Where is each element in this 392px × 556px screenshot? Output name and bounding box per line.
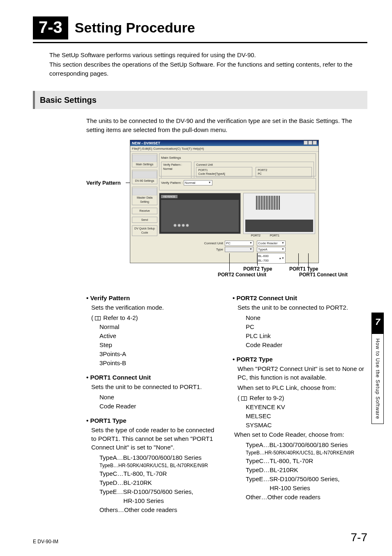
main-settings-icon	[132, 155, 157, 162]
window-controls[interactable]	[304, 141, 317, 146]
callout-line	[229, 253, 230, 271]
port1-box: PORT1 Code Reader[TypeA]	[196, 167, 252, 178]
port2-diagram-label: PORT2	[251, 234, 261, 238]
port1-type-opts: TypeA…BL-1300/700/600/180 Series TypeB…H…	[99, 453, 221, 514]
list-item: 3Points-B	[99, 359, 221, 367]
book-icon	[95, 316, 101, 320]
port1-model-list[interactable]: BL-600 BL-700▲▼	[257, 253, 286, 264]
list-item: Active	[99, 331, 221, 340]
list-item: Code Reader	[246, 341, 367, 349]
dv90-settings-icon	[132, 171, 157, 178]
sidebar-label: DV Quick Setup Code	[134, 227, 155, 234]
list-item: TypeB…HR-50RK/40RK/UC51, BL-N70RKE/N9R	[99, 463, 208, 468]
left-column: Verify Pattern Sets the verification mod…	[86, 288, 221, 515]
list-item: Normal	[99, 322, 221, 331]
minimize-icon[interactable]	[304, 141, 308, 145]
port1-label: PORT1	[198, 168, 250, 172]
footer-model: E DV-90-IM	[33, 538, 58, 545]
ref-text: Refer to 9-2)	[249, 394, 284, 401]
vp-group-label: Verify Pattern :	[161, 181, 182, 185]
port1-connect-unit-head: PORT1 Connect Unit	[86, 373, 221, 382]
page-number: 7-7	[351, 529, 367, 545]
cu-label: Connect Unit	[196, 163, 312, 167]
list-item: Other…Other code readers	[246, 493, 367, 501]
list-item: KEYENCE KV	[246, 403, 367, 411]
chapter-side-text: How to Use the Setup Software	[371, 334, 384, 424]
chevron-down-icon: ▼	[249, 241, 252, 245]
section-heading: Basic Settings	[33, 91, 367, 109]
chevron-down-icon: ▼	[249, 247, 252, 251]
verify-pattern-opts: Normal Active Step 3Points-A 3Points-B	[99, 322, 221, 367]
sidebar-label: Receive	[139, 209, 150, 212]
maximize-icon[interactable]	[308, 141, 312, 145]
screenshot-figure: Verify Pattern NEW - DV90SET File(F) Edi…	[86, 140, 367, 284]
chapter-number: 7	[371, 313, 384, 334]
verify-pattern-desc: Sets the verification mode.	[91, 303, 221, 312]
list-item: MELSEC	[246, 412, 367, 420]
list-item: Code Reader	[99, 402, 221, 410]
connect-unit-box: Connect Unit PORT1 Code Reader[TypeA] PO…	[194, 162, 314, 178]
list-item: TypeC…TL-800, TL-70R	[246, 456, 367, 465]
port2-label: PORT2	[258, 168, 310, 172]
list-item: PLC Link	[246, 331, 367, 340]
vp-label: Verify Pattern :	[163, 163, 189, 167]
sidebar-label: Send	[141, 218, 148, 221]
port2-connect-unit-head: PORT2 Connect Unit	[233, 294, 367, 302]
list-item: HR-100 Series	[99, 496, 221, 505]
chapter-header: 7-3 Setting Procedure	[33, 16, 367, 43]
list-item: TypeE…SR-D100/750/600 Series,	[246, 475, 367, 483]
port1-type-desc: Sets the type of code reader to be conne…	[91, 426, 221, 452]
port2-value: PC	[258, 172, 310, 176]
dialog-sidebar: Main Settings DV-90 Settings Master Data…	[132, 153, 157, 236]
sidebar-main-settings[interactable]: Main Settings	[132, 153, 157, 168]
sidebar-send[interactable]: Send	[132, 217, 157, 223]
scroll-icon: ▲▼	[279, 256, 284, 260]
port2-type-ref: ( Refer to 9-2)	[238, 394, 367, 402]
select-value: PC	[226, 241, 231, 246]
dialog-titlebar: NEW - DV90SET	[130, 140, 318, 146]
list-item: None	[99, 393, 221, 401]
port2-connect-unit-select[interactable]: PC▼	[225, 241, 254, 246]
content-columns: Verify Pattern Sets the verification mod…	[86, 288, 367, 515]
verify-pattern-ref: ( Refer to 4-2)	[91, 313, 221, 322]
device-diagram: KEYENCE PORT2 PORT1	[159, 193, 316, 234]
dialog-menubar[interactable]: File(F) Edit(E) Communication(C) Tool(T)…	[130, 146, 318, 152]
verify-pattern-head: Verify Pattern	[86, 294, 221, 302]
sidebar-master-data[interactable]: Master Data Setting	[132, 187, 157, 205]
list-item: TypeA…BL-1300/700/600/180 Series	[246, 440, 367, 449]
close-icon[interactable]	[313, 141, 317, 145]
chevron-down-icon: ▼	[281, 247, 284, 251]
select-value: Code Reader	[258, 241, 278, 246]
chapter-badge: 7-3	[33, 16, 68, 39]
port2-type-plc-opts: KEYENCE KV MELSEC SYSMAC	[246, 403, 367, 429]
port1-connect-unit-callout: PORT1 Connect Unit	[299, 271, 348, 278]
port2-type-select[interactable]: ▼	[225, 247, 254, 252]
port1-type-select[interactable]: TypeA▼	[257, 247, 286, 252]
port1-connect-unit-select[interactable]: Code Reader▼	[257, 241, 286, 246]
chevron-down-icon: ▼	[281, 241, 284, 245]
ref-text: Refer to 4-2)	[103, 314, 138, 321]
list-item: TypeC…TL-800, TL-70R	[99, 469, 221, 478]
chapter-side-tab: 7 How to Use the Setup Software	[371, 313, 384, 424]
port2-connect-unit-desc: Sets the unit to be connected to PORT2.	[238, 303, 367, 312]
list-item: PC	[246, 322, 367, 331]
sidebar-receive[interactable]: Receive	[132, 208, 157, 214]
verify-pattern-select[interactable]: Normal ▼	[184, 180, 212, 185]
section-intro: The units to be connected to the DV-90 a…	[86, 116, 367, 135]
reader-device-image: PORT2 PORT1	[243, 193, 316, 234]
port2-type-desc1: When "PORT2 Connect Unit" is set to None…	[238, 364, 367, 382]
sidebar-label: Main Settings	[136, 163, 153, 166]
list-item: TypeA…BL-1300/700/600/180 Series	[99, 453, 221, 462]
master-data-icon	[132, 188, 157, 195]
list-item: Step	[99, 341, 221, 349]
main-settings-group: Main Settings Verify Pattern : Normal Co…	[159, 153, 316, 176]
intro-p2: This section describes the operations of…	[49, 60, 367, 79]
book-icon	[241, 396, 247, 401]
sidebar-quick-setup[interactable]: DV Quick Setup Code	[132, 225, 157, 236]
port2-type-cr-opts: TypeA…BL-1300/700/600/180 Series TypeB…H…	[246, 440, 367, 502]
port2-type-desc3: When set to Code Reader, choose from:	[234, 430, 367, 439]
list-item: TypeD…BL-210RK	[246, 466, 367, 474]
port2-box: PORT2 PC	[256, 167, 312, 178]
sidebar-dv90-settings[interactable]: DV-90 Settings	[132, 170, 157, 184]
port2-connect-unit-callout: PORT2 Connect Unit	[218, 271, 266, 278]
